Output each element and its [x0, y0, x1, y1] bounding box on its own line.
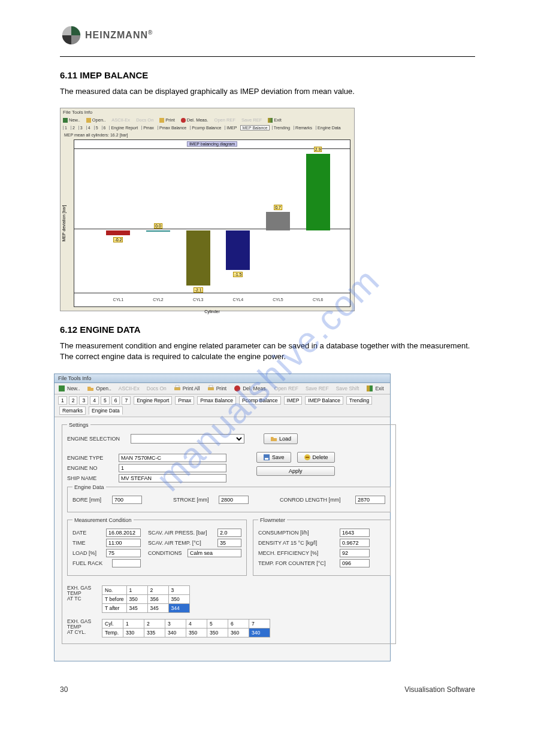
- tab-2[interactable]: 2: [71, 126, 76, 130]
- load-input[interactable]: [106, 549, 141, 557]
- cyl-table[interactable]: Cyl.1234567Temp.330335340350350360340: [102, 619, 270, 637]
- scavp-input[interactable]: [217, 529, 241, 537]
- tab-imep[interactable]: IMEP: [225, 126, 238, 130]
- bar-label-CYL4: -1.5: [233, 272, 243, 277]
- tab-engine-data[interactable]: Engine Data: [316, 126, 342, 130]
- tcnt-label: TEMP. FOR COUNTER [°C]: [258, 560, 336, 566]
- stroke-input[interactable]: [219, 496, 249, 504]
- delete-button[interactable]: Delete: [297, 452, 335, 463]
- saveref-button[interactable]: Save REF: [241, 117, 262, 123]
- tab-pmax-2[interactable]: Pmax: [175, 396, 194, 405]
- tab-imep-balance-2[interactable]: IMEP Balance: [305, 396, 343, 405]
- tab-num-6[interactable]: 6: [111, 396, 120, 405]
- fuel-input[interactable]: [112, 559, 141, 567]
- print-button[interactable]: Print: [159, 117, 174, 123]
- docs-button-2[interactable]: Docs On: [147, 385, 167, 391]
- ship-name-label: SHIP NAME: [67, 475, 115, 481]
- engine-selection-select[interactable]: [131, 434, 244, 444]
- menubar-2[interactable]: File Tools Info: [55, 374, 390, 383]
- saveshift-button-2[interactable]: Save Shift: [336, 385, 359, 391]
- tc-table[interactable]: No.123T before350356350T after345345344: [102, 585, 190, 613]
- time-input[interactable]: [106, 539, 141, 547]
- menubar[interactable]: File Tools Info: [61, 108, 354, 116]
- tab-num-3[interactable]: 3: [79, 396, 88, 405]
- open-button[interactable]: Open..: [86, 117, 106, 123]
- dens-input[interactable]: [340, 539, 370, 547]
- load-button[interactable]: Load: [264, 433, 298, 444]
- exit-button[interactable]: Exit: [268, 117, 282, 123]
- bar-CYL4: -1.5: [226, 230, 250, 270]
- meff-input[interactable]: [340, 549, 370, 557]
- tab-engine-data-2[interactable]: Engine Data: [89, 406, 123, 415]
- bar-CYL6: 2.9: [306, 154, 330, 230]
- tab-1[interactable]: 1: [63, 126, 68, 130]
- docs-button[interactable]: Docs On: [136, 117, 153, 123]
- svg-rect-2: [176, 385, 179, 387]
- delmeas-button-2[interactable]: Del. Meas.: [234, 385, 267, 392]
- logo-text: HEINZMANN®: [85, 29, 153, 41]
- tab-trending-2[interactable]: Trending: [346, 396, 372, 405]
- printall-button-2[interactable]: Print All: [174, 385, 200, 392]
- open-button-2[interactable]: Open..: [87, 385, 111, 392]
- section-1-text: The measured data can be displayed graph…: [60, 86, 475, 97]
- tab-remarks-2[interactable]: Remarks: [59, 406, 86, 415]
- tab-3[interactable]: 3: [78, 126, 84, 130]
- tab-imep-2[interactable]: IMEP: [284, 396, 303, 405]
- tab-mep-balance[interactable]: MEP Balance: [240, 125, 269, 130]
- scavt-input[interactable]: [217, 539, 241, 547]
- measurement-legend: Measurement Condition: [72, 517, 134, 523]
- engine-type-input[interactable]: [119, 454, 226, 462]
- apply-button[interactable]: Apply: [256, 466, 335, 476]
- svg-rect-1: [174, 387, 180, 390]
- exit-button-2[interactable]: Exit: [366, 385, 383, 392]
- ascii-button[interactable]: ASCII-Ex: [111, 117, 130, 123]
- folder-icon: [270, 435, 277, 442]
- date-input[interactable]: [106, 529, 141, 537]
- tabs-row-2: 1 2 3 4 5 6 7 Engine Report Pmax Pmax Ba…: [55, 394, 390, 417]
- bore-input[interactable]: [112, 496, 142, 504]
- openref-button-2[interactable]: Open REF: [274, 385, 298, 391]
- tab-6[interactable]: 6: [102, 126, 107, 130]
- engine-no-input[interactable]: [119, 464, 226, 472]
- tab-pmax-balance-2[interactable]: Pmax Balance: [197, 396, 236, 405]
- cons-input[interactable]: [340, 529, 370, 537]
- conrod-input[interactable]: [355, 496, 385, 504]
- cond-input[interactable]: [188, 549, 241, 557]
- tab-num-5[interactable]: 5: [101, 396, 110, 405]
- page-header: HEINZMANN®: [0, 24, 535, 51]
- tab-4[interactable]: 4: [86, 126, 92, 130]
- tab-num-7[interactable]: 7: [122, 396, 131, 405]
- header-rule: [60, 56, 475, 57]
- tab-engine-report-2[interactable]: Engine Report: [134, 396, 172, 405]
- tab-num-1[interactable]: 1: [58, 396, 67, 405]
- tab-trending[interactable]: Trending: [272, 126, 291, 130]
- y-axis-label: MEP deviation [bar]: [62, 205, 66, 242]
- tcnt-input[interactable]: [340, 559, 370, 567]
- tab-num-2[interactable]: 2: [69, 396, 78, 405]
- delmeas-button[interactable]: Del. Meas.: [181, 117, 208, 123]
- cons-label: CONSUMPTION [l/h]: [258, 530, 336, 536]
- tab-pmax-balance[interactable]: Pmax Balance: [158, 126, 188, 130]
- svg-rect-9: [265, 458, 268, 460]
- engine-selection-label: ENGINE SELECTION: [67, 436, 127, 442]
- section-1-title: 6.11 IMEP BALANCE: [60, 70, 475, 80]
- new-button[interactable]: New..: [63, 117, 80, 123]
- bar-label-CYL2: 0.0: [154, 223, 162, 229]
- openref-button[interactable]: Open REF: [214, 117, 235, 123]
- ship-name-input[interactable]: [119, 474, 226, 482]
- new-button-2[interactable]: New..: [58, 385, 80, 392]
- flowmeter-fieldset: Flowmeter CONSUMPTION [l/h] DENSITY AT 1…: [253, 517, 391, 576]
- tab-num-4[interactable]: 4: [90, 396, 99, 405]
- svg-rect-6: [367, 385, 370, 391]
- cat-label-CYL3: CYL3: [193, 297, 204, 302]
- tab-pcomp-balance[interactable]: Pcomp Balance: [190, 126, 222, 130]
- saveref-button-2[interactable]: Save REF: [306, 385, 329, 391]
- tab-pcomp-balance-2[interactable]: Pcomp Balance: [239, 396, 281, 405]
- print-button-2[interactable]: Print: [207, 385, 226, 392]
- ascii-button-2[interactable]: ASCII-Ex: [119, 385, 140, 391]
- tab-pmax[interactable]: Pmax: [141, 126, 155, 130]
- save-button[interactable]: Save: [256, 452, 291, 463]
- tab-5[interactable]: 5: [94, 126, 99, 130]
- tab-engine-report[interactable]: Engine Report: [109, 126, 139, 130]
- tab-remarks[interactable]: Remarks: [294, 126, 313, 130]
